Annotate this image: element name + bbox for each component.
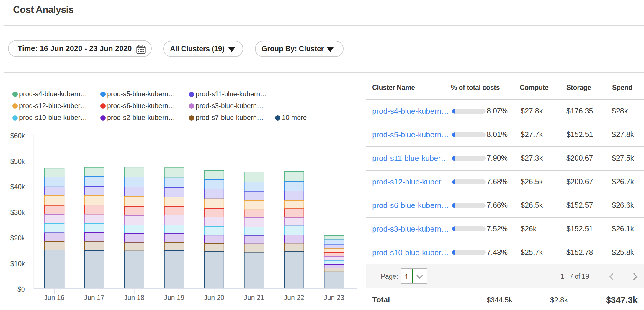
svg-text:Jun 23: Jun 23 xyxy=(324,294,344,301)
svg-text:Jun 17: Jun 17 xyxy=(84,294,104,301)
svg-text:Jun 18: Jun 18 xyxy=(124,294,144,301)
svg-text:$50k: $50k xyxy=(10,158,25,165)
svg-text:$60k: $60k xyxy=(10,132,25,140)
svg-text:$10k: $10k xyxy=(10,260,25,268)
svg-text:$20k: $20k xyxy=(10,234,25,242)
svg-text:$0: $0 xyxy=(17,286,25,293)
svg-text:Jun 21: Jun 21 xyxy=(244,294,264,301)
svg-text:Jun 22: Jun 22 xyxy=(284,294,304,301)
svg-text:Jun 20: Jun 20 xyxy=(204,294,224,301)
svg-text:Jun 16: Jun 16 xyxy=(44,294,64,301)
svg-text:$40k: $40k xyxy=(10,183,25,191)
svg-text:Jun 19: Jun 19 xyxy=(164,294,184,301)
svg-text:$30k: $30k xyxy=(10,209,25,216)
